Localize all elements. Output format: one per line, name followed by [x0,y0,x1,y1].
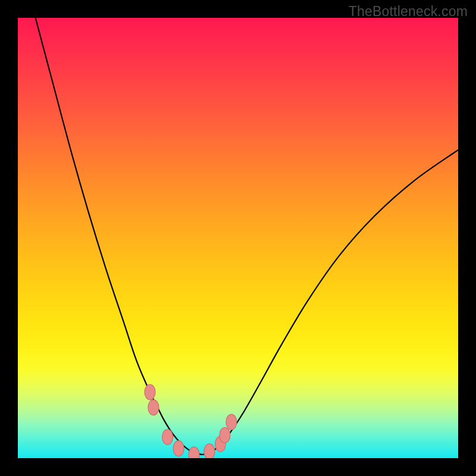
bead-marker [148,400,159,415]
bead-marker [189,447,199,458]
bead-marker [162,429,173,444]
chart-svg [18,18,458,458]
bead-marker [145,384,155,400]
bead-markers [145,384,237,458]
bead-marker [220,428,230,443]
plot-area [18,18,458,458]
left-bottleneck-curve [36,18,203,455]
brand-watermark: TheBottleneck.com [349,4,468,20]
bead-marker [173,441,184,456]
bead-marker [226,414,237,430]
bead-marker [204,444,215,458]
right-bottleneck-curve [203,150,458,455]
